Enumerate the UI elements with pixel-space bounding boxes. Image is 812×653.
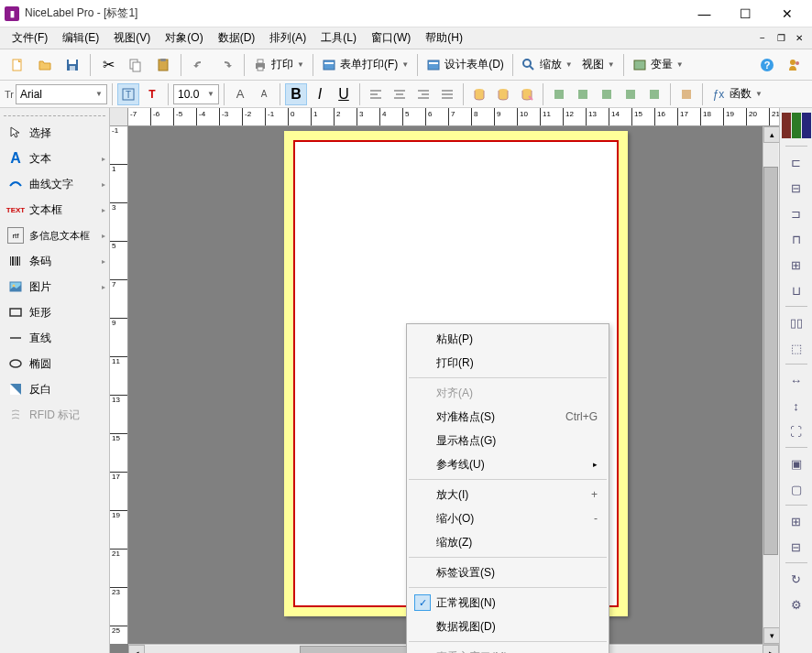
misc-tool-6[interactable] (675, 83, 697, 105)
tool-line[interactable]: 直线 (0, 325, 109, 351)
scrollbar-vertical[interactable]: ▴ ▾ (763, 126, 779, 644)
send-back[interactable]: ▢ (784, 477, 809, 501)
ctx-G[interactable]: 显示格点(G) (407, 429, 609, 452)
color-swatch-2[interactable] (792, 113, 801, 138)
view-button[interactable]: 视图▼ (578, 57, 619, 72)
color-swatch-3[interactable] (802, 113, 811, 138)
menu-help[interactable]: 帮助(H) (418, 28, 470, 48)
paste-button[interactable] (150, 52, 176, 78)
menu-tools[interactable]: 工具(L) (313, 28, 364, 48)
italic-button[interactable]: I (309, 83, 331, 105)
align-right-panel[interactable]: ⊐ (784, 201, 809, 225)
cut-button[interactable]: ✂ (95, 52, 121, 78)
close-button[interactable]: ✕ (766, 1, 807, 27)
menu-data[interactable]: 数据(D) (211, 28, 263, 48)
same-size[interactable]: ⛶ (784, 419, 809, 443)
menu-file[interactable]: 文件(F) (5, 28, 55, 48)
misc-tool-1[interactable] (548, 83, 570, 105)
zoom-button[interactable]: 缩放▼ (518, 57, 576, 72)
tool-textbox[interactable]: TEXT 文本框▸ (0, 197, 109, 223)
menu-edit[interactable]: 编辑(E) (55, 28, 106, 48)
align-vcenter-panel[interactable]: ⊞ (784, 253, 809, 277)
save-button[interactable] (60, 52, 85, 78)
distribute-h[interactable]: ▯▯ (784, 310, 809, 334)
font-family-combo[interactable]: Arial ▼ (16, 84, 107, 104)
maximize-button[interactable]: ☐ (725, 1, 766, 27)
minimize-button[interactable]: — (684, 1, 725, 27)
align-left[interactable] (365, 83, 387, 105)
text-mode-2[interactable]: T (141, 83, 163, 105)
menu-object[interactable]: 对象(O) (158, 28, 210, 48)
tool-rect[interactable]: 矩形 (0, 299, 109, 325)
distribute-v[interactable]: ⬚ (784, 336, 809, 360)
tool-select[interactable]: 选择 (0, 120, 109, 146)
print-button[interactable]: 打印▼ (249, 57, 308, 72)
db-tool-3[interactable] (516, 83, 538, 105)
ctx-R[interactable]: 打印(R) (407, 351, 609, 375)
align-center[interactable] (389, 83, 411, 105)
functions-button[interactable]: ƒx 函数▼ (708, 86, 766, 102)
menu-arrange[interactable]: 排列(A) (262, 28, 313, 48)
settings-panel[interactable]: ⚙ (784, 593, 809, 616)
menu-view[interactable]: 视图(V) (106, 28, 158, 48)
misc-tool-3[interactable] (596, 83, 618, 105)
db-tool-2[interactable] (492, 83, 514, 105)
underline-button[interactable]: U (333, 83, 355, 105)
misc-tool-5[interactable] (643, 83, 665, 105)
tool-barcode[interactable]: 条码▸ (0, 248, 109, 274)
align-hcenter-panel[interactable]: ⊟ (784, 176, 809, 200)
db-tool-1[interactable] (468, 83, 490, 105)
bring-front[interactable]: ▣ (784, 452, 809, 475)
mdi-minimize[interactable]: − (754, 31, 771, 46)
ctx-O[interactable]: 缩小(O)- (407, 506, 609, 530)
align-bottom-panel[interactable]: ⊔ (784, 278, 809, 302)
font-size-combo[interactable]: 10.0 ▼ (173, 84, 219, 104)
group[interactable]: ⊞ (784, 509, 809, 533)
ctx-N[interactable]: ✓正常视图(N) (407, 591, 609, 615)
undo-button[interactable] (186, 52, 212, 78)
ctx-U[interactable]: 参考线(U)▸ (407, 452, 609, 476)
ruler-horizontal[interactable]: -7-6-5-4-3-2-101234567891011121314151617… (128, 108, 779, 126)
new-button[interactable] (5, 52, 30, 78)
design-form-button[interactable]: 设计表单(D) (422, 57, 508, 72)
copy-button[interactable] (123, 52, 148, 78)
misc-tool-4[interactable] (620, 83, 642, 105)
tool-rtf[interactable]: rtf 多信息文本框▸ (0, 223, 109, 248)
open-button[interactable] (32, 52, 58, 78)
users-icon[interactable] (782, 52, 807, 78)
ctx-S[interactable]: 标签设置(S) (407, 560, 609, 584)
tool-ellipse[interactable]: 椭圆 (0, 351, 109, 376)
tool-text[interactable]: A 文本▸ (0, 146, 109, 171)
ruler-corner[interactable] (110, 108, 128, 126)
form-print-button[interactable]: 表单打印(F)▼ (318, 57, 412, 72)
ruler-vertical[interactable]: -113579111315171921232527 (110, 126, 128, 644)
text-mode-1[interactable]: T (117, 83, 139, 105)
bold-button[interactable]: B (285, 83, 307, 105)
increase-font[interactable]: A (229, 83, 251, 105)
color-swatch-1[interactable] (782, 113, 791, 138)
tool-curve-text[interactable]: 曲线文字▸ (0, 171, 109, 197)
mdi-close[interactable]: ✕ (791, 31, 807, 46)
ctx-I[interactable]: 放大(I)+ (407, 483, 609, 506)
ctx-S[interactable]: 对准格点(S)Ctrl+G (407, 405, 609, 429)
ungroup[interactable]: ⊟ (784, 535, 809, 559)
decrease-font[interactable]: A (253, 83, 275, 105)
rotate-cw[interactable]: ↻ (784, 567, 809, 591)
ctx-D[interactable]: 数据视图(D) (407, 615, 609, 638)
menu-window[interactable]: 窗口(W) (364, 28, 418, 48)
help-icon[interactable]: ? (754, 52, 780, 78)
align-justify[interactable] (436, 83, 458, 105)
same-width[interactable]: ↔ (784, 368, 809, 392)
ctx-Z[interactable]: 缩放(Z) (407, 530, 609, 554)
tool-inverse[interactable]: 反白 (0, 376, 109, 402)
ctx-P[interactable]: 粘贴(P) (407, 327, 609, 351)
variable-button[interactable]: 变量▼ (629, 57, 687, 72)
tool-rfid[interactable]: RFID 标记 (0, 402, 109, 428)
same-height[interactable]: ↕ (784, 394, 809, 418)
align-left-panel[interactable]: ⊏ (784, 150, 809, 174)
misc-tool-2[interactable] (572, 83, 594, 105)
mdi-restore[interactable]: ❐ (773, 31, 789, 46)
redo-button[interactable] (214, 52, 239, 78)
align-right[interactable] (412, 83, 434, 105)
tool-image[interactable]: 图片▸ (0, 274, 109, 299)
